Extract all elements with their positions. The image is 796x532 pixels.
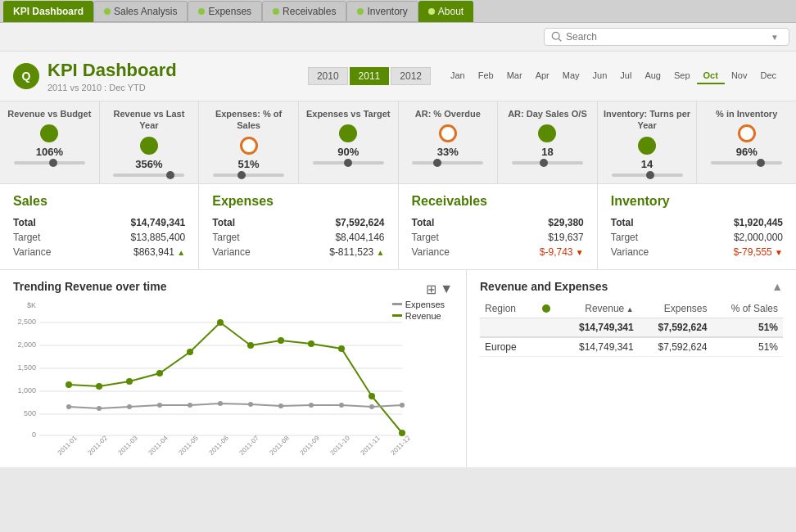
search-dropdown-arrow[interactable]: ▼	[771, 33, 779, 42]
svg-point-21	[247, 342, 254, 349]
kpi-card-1: Revenue vs Last Year 356%	[100, 101, 200, 183]
summary-panel-sales: Sales Total $14,749,341 Target $13,885,4…	[0, 184, 199, 269]
svg-text:500: 500	[24, 409, 36, 417]
kpi-title: Revenue vs Budget	[5, 108, 94, 119]
kpi-slider-thumb	[166, 171, 174, 179]
month-tab-dec[interactable]: Dec	[753, 68, 783, 84]
year-tab-2011[interactable]: 2011	[350, 67, 390, 85]
summary-data-row-0: Total $1,920,445	[611, 215, 783, 230]
year-tab-2012[interactable]: 2012	[391, 67, 431, 85]
svg-point-29	[127, 404, 132, 409]
revenue-expenses-table: Region Revenue Expenses % of Sales $14,7…	[480, 300, 783, 357]
col-header-dot	[531, 300, 558, 318]
kpi-indicator	[603, 137, 692, 155]
svg-point-38	[400, 403, 405, 408]
top-navigation: KPI Dashboard Sales Analysis Expenses Re…	[0, 0, 796, 23]
kpi-slider	[512, 161, 583, 165]
month-tab-sep[interactable]: Sep	[667, 68, 697, 84]
kpi-value: 33%	[404, 146, 493, 158]
summary-value: $-9,743 ▼	[540, 246, 584, 258]
nav-tab-receivables-label: Receivables	[283, 6, 336, 17]
svg-text:$K: $K	[27, 301, 36, 309]
nav-tab-receivables[interactable]: Receivables	[262, 1, 346, 22]
nav-tab-about-label: About	[438, 6, 464, 17]
svg-text:2011-11: 2011-11	[360, 434, 382, 457]
summary-data-row-0: Total $7,592,624	[212, 215, 384, 230]
total-region	[480, 318, 531, 337]
summary-data-row-1: Target $8,404,146	[212, 230, 384, 245]
table-header-row: Region Revenue Expenses % of Sales	[480, 300, 783, 318]
month-tab-jul[interactable]: Jul	[613, 68, 638, 84]
month-tab-nov[interactable]: Nov	[725, 68, 754, 84]
month-tab-jan[interactable]: Jan	[444, 68, 472, 84]
month-tab-oct[interactable]: Oct	[697, 68, 725, 84]
total-dot	[531, 318, 558, 337]
month-tab-jun[interactable]: Jun	[586, 68, 614, 84]
svg-point-32	[218, 401, 223, 406]
kpi-slider	[14, 161, 85, 165]
search-input[interactable]	[566, 31, 771, 43]
logo-text: Q	[22, 70, 31, 83]
svg-point-24	[338, 345, 345, 352]
arrow-up-icon: ▲	[177, 248, 185, 257]
svg-point-23	[308, 340, 314, 347]
nav-tab-sales-analysis[interactable]: Sales Analysis	[93, 1, 188, 22]
summary-panel-receivables: Receivables Total $29,380 Target $19,637…	[399, 184, 598, 269]
summary-data-row-1: Target $2,000,000	[611, 230, 783, 245]
total-pct: 51%	[712, 318, 783, 337]
nav-tab-expenses[interactable]: Expenses	[188, 1, 262, 22]
month-tab-mar[interactable]: Mar	[500, 68, 529, 84]
kpi-value: 96%	[702, 146, 791, 158]
kpi-indicator	[702, 124, 791, 142]
svg-point-34	[278, 404, 283, 408]
svg-text:2011-07: 2011-07	[238, 434, 261, 457]
kpi-indicator-orange	[738, 124, 756, 142]
kpi-slider	[612, 174, 683, 177]
summary-value: $29,380	[548, 217, 583, 228]
summary-label: Target	[212, 232, 239, 243]
kpi-indicator	[304, 124, 393, 142]
summary-data-row-2: Variance $-79,555 ▼	[611, 245, 783, 259]
svg-point-36	[339, 403, 344, 408]
nav-tab-inventory[interactable]: Inventory	[346, 1, 418, 22]
svg-point-30	[157, 403, 162, 408]
revenue-expenses-table-panel: Revenue and Expenses ▲ Region Revenue Ex…	[467, 270, 796, 467]
header-left: Q KPI Dashboard 2011 vs 2010 : Dec YTD	[13, 60, 177, 92]
month-tab-apr[interactable]: Apr	[529, 68, 556, 84]
year-tab-2010[interactable]: 2010	[308, 67, 348, 85]
year-tabs: 2010 2011 2012	[308, 67, 431, 85]
svg-point-35	[309, 403, 314, 408]
kpi-slider-thumb	[49, 159, 57, 167]
row-dot	[531, 337, 558, 357]
summary-value: $863,941 ▲	[133, 246, 185, 258]
summary-data-row-2: Variance $-9,743 ▼	[412, 245, 584, 259]
nav-tab-about[interactable]: About	[418, 1, 473, 22]
svg-text:0: 0	[32, 431, 36, 439]
summary-value: $1,920,445	[734, 217, 783, 228]
table-title-text: Revenue and Expenses	[480, 280, 608, 293]
table-collapse-icon[interactable]: ▲	[771, 280, 783, 293]
arrow-down-icon: ▼	[576, 248, 584, 257]
month-tab-may[interactable]: May	[556, 68, 586, 84]
app-logo: Q	[13, 63, 39, 89]
col-header-revenue[interactable]: Revenue	[559, 300, 639, 318]
svg-text:2011-08: 2011-08	[269, 434, 292, 457]
search-box[interactable]: ▼	[544, 28, 789, 46]
month-tab-aug[interactable]: Aug	[638, 68, 667, 84]
kpi-slider-thumb	[433, 159, 441, 167]
nav-tab-kpi-dashboard-label: KPI Dashboard	[13, 6, 84, 17]
table-row: Europe $14,749,341 $7,592,624 51%	[480, 337, 783, 357]
kpi-slider	[213, 174, 284, 177]
kpi-title: % in Inventory	[702, 108, 791, 119]
kpi-card-7: % in Inventory 96%	[697, 101, 796, 183]
kpi-slider	[412, 161, 483, 165]
kpi-slider-thumb	[540, 159, 548, 167]
summary-value: $2,000,000	[734, 232, 783, 243]
chart-dropdown-icon[interactable]: ▼	[440, 282, 453, 297]
month-tab-feb[interactable]: Feb	[472, 68, 500, 84]
nav-tab-kpi-dashboard[interactable]: KPI Dashboard	[3, 1, 93, 22]
chart-expand-icon[interactable]: ⊞	[426, 282, 436, 297]
kpi-slider-thumb	[237, 171, 246, 179]
kpi-card-3: Expenses vs Target 90%	[299, 101, 399, 183]
kpi-slider	[113, 174, 184, 177]
